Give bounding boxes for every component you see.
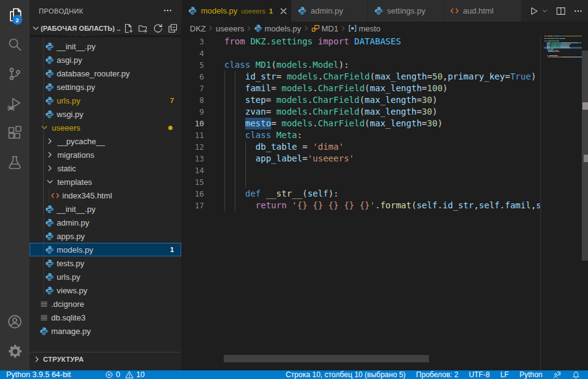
minimap-line-7 xyxy=(561,44,561,44)
breadcrumb-label: mesto xyxy=(359,24,380,33)
activity-bar-item-search[interactable] xyxy=(0,30,30,59)
breadcrumb-useeers[interactable]: useeers xyxy=(216,24,244,33)
activity-bar-item-testing[interactable] xyxy=(0,148,30,177)
workspace-section-header[interactable]: (РАБОЧАЯ ОБЛАСТЬ) ... xyxy=(30,22,181,35)
tree-item-manage.py[interactable]: manage.py xyxy=(30,324,181,338)
tree-item-models.py[interactable]: models.py1 xyxy=(30,243,181,256)
minimap-line-1 xyxy=(547,36,553,36)
tree-item-admin.py[interactable]: admin.py xyxy=(30,216,181,229)
ellipsis-icon[interactable] xyxy=(573,6,583,16)
tree-item-urls.py[interactable]: urls.py xyxy=(30,270,181,283)
minimap-line-9 xyxy=(555,46,560,47)
status-python-interpreter[interactable]: Python 3.9.5 64-bit xyxy=(6,370,71,379)
tree-item-asgi.py[interactable]: asgi.py xyxy=(30,53,181,67)
activity-bar-item-source-control[interactable] xyxy=(0,59,30,89)
minimap-line-3 xyxy=(544,38,547,39)
activity-bar-item-explorer[interactable]: 2 xyxy=(0,0,30,30)
status-item[interactable]: UTF-8 xyxy=(469,370,490,379)
line-number: 7 xyxy=(181,83,204,94)
tree-folder-__pycache__[interactable]: __pycache__ xyxy=(30,134,181,148)
minimap-line-12 xyxy=(548,50,553,51)
close-icon[interactable] xyxy=(279,6,288,16)
status-item[interactable]: Python xyxy=(520,370,542,379)
minimap-line-6 xyxy=(578,43,581,43)
tree-folder-useeers[interactable]: useeers xyxy=(30,121,181,134)
minimap-line-9 xyxy=(561,46,567,47)
chevron-right-icon xyxy=(45,150,55,160)
breadcrumb-mesto[interactable]: mesto xyxy=(348,24,380,33)
tab-models.py[interactable]: models.pyuseeers1 xyxy=(182,0,291,22)
tree-folder-static[interactable]: static xyxy=(30,161,181,175)
tree-item-index345.html[interactable]: index345.html xyxy=(30,189,181,202)
code-line-12: db_table = 'dima' xyxy=(224,141,344,153)
tab-admin.py[interactable]: admin.py xyxy=(292,0,367,22)
tree-item-tests.py[interactable]: tests.py xyxy=(30,256,181,270)
tree-folder-migrations[interactable]: migrations xyxy=(30,148,181,161)
tree-indent-guide xyxy=(43,134,44,297)
chevron-down-icon[interactable] xyxy=(541,6,549,16)
python-icon xyxy=(45,286,54,295)
collapse-all-icon[interactable] xyxy=(168,23,178,33)
status-bar-left: Python 3.9.5 64-bit 010 xyxy=(6,370,147,379)
status-bell-icon[interactable] xyxy=(572,370,581,379)
activity-bar-item-settings[interactable] xyxy=(0,336,30,366)
tree-folder-templates[interactable]: templates xyxy=(30,175,181,189)
tree-item-__init__.py[interactable]: __init__.py xyxy=(30,39,181,53)
tree-item-label: __pycache__ xyxy=(57,137,105,146)
tree-item-__init__.py[interactable]: __init__.py xyxy=(30,202,181,216)
problems-badge: 7 xyxy=(170,97,174,104)
breadcrumbs: DKZuseeersmodels.pyMD1mesto xyxy=(181,22,588,35)
status-problems[interactable]: 010 xyxy=(105,370,147,379)
code-line-9: zvan= models.CharField(max_length=30) xyxy=(224,106,438,118)
tree-item-db.sqlite3[interactable]: db.sqlite3 xyxy=(30,311,181,324)
tree-item-.dcignore[interactable]: .dcignore xyxy=(30,297,181,311)
breadcrumb-MD1[interactable]: MD1 xyxy=(311,24,338,33)
beaker-icon xyxy=(7,155,22,170)
activity-bar-item-account[interactable] xyxy=(0,307,30,336)
refresh-icon[interactable] xyxy=(153,23,163,33)
run-icon[interactable] xyxy=(529,6,539,16)
outline-section-header[interactable]: СТРУКТУРА xyxy=(30,352,181,365)
minimap-line-10 xyxy=(547,47,550,48)
split-editor-icon[interactable] xyxy=(556,6,566,16)
status-item[interactable]: Пробелов: 2 xyxy=(416,370,459,379)
minimap-line-7 xyxy=(570,44,571,44)
minimap[interactable] xyxy=(541,35,582,370)
activity-bar: 2 xyxy=(0,0,30,370)
breadcrumb-separator xyxy=(206,24,215,33)
minimap-line-5 xyxy=(544,41,547,41)
minimap-line-1 xyxy=(553,36,556,36)
tree-item-settings.py[interactable]: settings.py xyxy=(30,80,181,94)
horizontal-scrollbar[interactable] xyxy=(224,355,429,362)
new-folder-icon[interactable] xyxy=(138,23,148,33)
tree-item-views.py[interactable]: views.py xyxy=(30,283,181,297)
tab-aud.html[interactable]: aud.html xyxy=(444,0,521,22)
tree-item-label: asgi.py xyxy=(57,55,82,65)
workspace-section-actions xyxy=(123,23,178,33)
code-editor[interactable]: 3from DKZ.settings import DATABASES45cla… xyxy=(181,35,588,370)
ellipsis-icon[interactable] xyxy=(163,6,173,15)
minimap-line-8 xyxy=(555,45,560,46)
tab-settings.py[interactable]: settings.py xyxy=(368,0,443,22)
status-item[interactable]: Строка 10, столбец 10 (выбрано 5) xyxy=(285,370,406,379)
minimap-line-17 xyxy=(566,57,567,57)
activity-bar-item-run-debug[interactable] xyxy=(0,89,30,118)
breadcrumb-models.py[interactable]: models.py xyxy=(254,24,301,33)
tree-item-apps.py[interactable]: apps.py xyxy=(30,229,181,243)
breadcrumb-label: models.py xyxy=(264,24,301,33)
status-item[interactable]: LF xyxy=(500,370,509,379)
symbol-class-icon xyxy=(311,24,320,33)
minimap-line-16 xyxy=(557,55,558,56)
tree-item-wsgi.py[interactable]: wsgi.py xyxy=(30,107,181,121)
chevron-down-icon xyxy=(45,177,55,187)
breadcrumb-DKZ[interactable]: DKZ xyxy=(190,24,206,33)
status-feedback-icon[interactable] xyxy=(553,370,561,379)
tree-item-urls.py[interactable]: urls.py7 xyxy=(30,94,181,107)
new-file-icon[interactable] xyxy=(123,23,133,33)
tree-item-label: urls.py xyxy=(57,96,80,105)
minimap-line-17 xyxy=(570,57,570,57)
minimap-line-16 xyxy=(554,55,557,56)
line-number: 3 xyxy=(181,36,204,47)
tree-item-database_roouter.py[interactable]: database_roouter.py xyxy=(30,67,181,80)
activity-bar-item-extensions[interactable] xyxy=(0,118,30,148)
